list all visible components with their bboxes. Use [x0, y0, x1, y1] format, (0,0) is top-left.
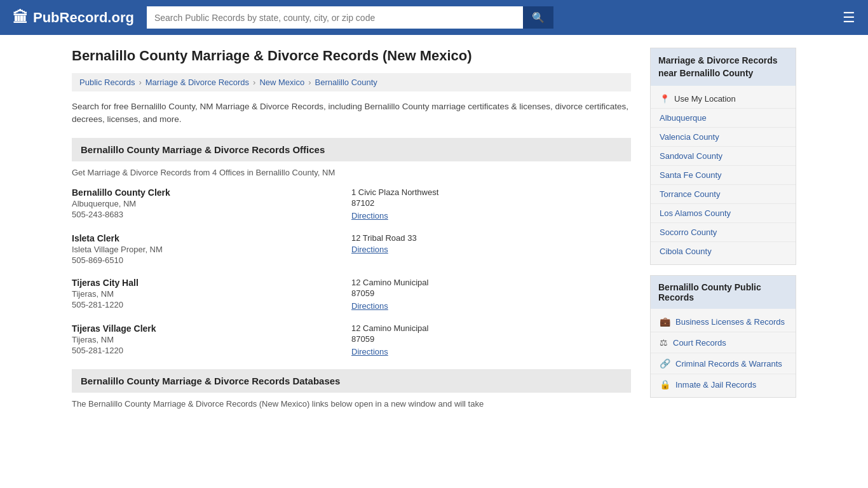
- offices-subtext: Get Marriage & Divorce Records from 4 Of…: [72, 168, 631, 177]
- nearby-location-item[interactable]: Torrance County: [651, 185, 796, 204]
- office-address: 12 Tribal Road 33 Directions: [351, 233, 631, 265]
- site-logo[interactable]: 🏛 PubRecord.org: [13, 9, 134, 27]
- office-phone: 505-281-1220: [72, 346, 351, 355]
- office-name: Isleta Clerk: [72, 233, 351, 243]
- nearby-location-item[interactable]: Sandoval County: [651, 147, 796, 166]
- breadcrumb-sep-2: ›: [253, 78, 255, 87]
- office-zip: 87102: [351, 198, 631, 208]
- office-address: 1 Civic Plaza Northwest 87102 Directions: [351, 187, 631, 220]
- nearby-list: 📍 Use My Location AlbuquerqueValencia Co…: [651, 86, 796, 264]
- public-record-item[interactable]: 🔗Criminal Records & Warrants: [651, 353, 796, 374]
- nearby-title: Marriage & Divorce Records near Bernalil…: [651, 48, 796, 86]
- use-my-location[interactable]: 📍 Use My Location: [651, 90, 796, 109]
- nearby-location-item[interactable]: Los Alamos County: [651, 204, 796, 223]
- public-records-list: 💼Business Licenses & Records⚖Court Recor…: [651, 309, 796, 397]
- breadcrumb-marriage-divorce[interactable]: Marriage & Divorce Records: [146, 78, 249, 87]
- search-button[interactable]: 🔍: [523, 6, 553, 29]
- office-street: 1 Civic Plaza Northwest: [351, 187, 631, 197]
- breadcrumb: Public Records › Marriage & Divorce Reco…: [72, 73, 631, 92]
- nearby-location-item[interactable]: Valencia County: [651, 128, 796, 147]
- page-description: Search for free Bernalillo County, NM Ma…: [72, 100, 631, 126]
- office-phone: 505-281-1220: [72, 300, 351, 309]
- office-address: 12 Camino Municipal 87059 Directions: [351, 323, 631, 356]
- record-icon: 🔗: [660, 358, 670, 369]
- nearby-location-item[interactable]: Cibola County: [651, 242, 796, 261]
- office-info: Bernalillo County Clerk Albuquerque, NM …: [72, 187, 351, 220]
- location-pin-icon: 📍: [660, 94, 670, 104]
- public-record-item[interactable]: 🔒Inmate & Jail Records: [651, 374, 796, 395]
- record-icon: ⚖: [660, 337, 668, 348]
- breadcrumb-bernalillo[interactable]: Bernalillo County: [315, 78, 377, 87]
- record-label: Inmate & Jail Records: [675, 380, 756, 390]
- office-info: Isleta Clerk Isleta Village Proper, NM 5…: [72, 233, 351, 265]
- content-area: Bernalillo County Marriage & Divorce Rec…: [72, 48, 631, 419]
- office-name: Bernalillo County Clerk: [72, 187, 351, 198]
- breadcrumb-public-records[interactable]: Public Records: [79, 78, 135, 87]
- nearby-box: Marriage & Divorce Records near Bernalil…: [650, 48, 796, 265]
- record-icon: 💼: [660, 316, 670, 327]
- office-listing: Tijeras City Hall Tijeras, NM 505-281-12…: [72, 278, 631, 311]
- office-zip: 87059: [351, 288, 631, 298]
- menu-icon: ☰: [843, 10, 855, 25]
- record-label: Criminal Records & Warrants: [675, 359, 782, 369]
- office-street: 12 Camino Municipal: [351, 278, 631, 287]
- directions-link[interactable]: Directions: [351, 211, 388, 220]
- search-icon: 🔍: [532, 12, 545, 23]
- nearby-location-item[interactable]: Albuquerque: [651, 109, 796, 128]
- office-phone: 505-243-8683: [72, 210, 351, 219]
- office-location: Tijeras, NM: [72, 335, 351, 344]
- public-record-item[interactable]: ⚖Court Records: [651, 332, 796, 353]
- offices-section-header: Bernalillo County Marriage & Divorce Rec…: [72, 138, 631, 161]
- nearby-location-item[interactable]: Socorro County: [651, 223, 796, 242]
- office-info: Tijeras Village Clerk Tijeras, NM 505-28…: [72, 323, 351, 356]
- office-location: Tijeras, NM: [72, 289, 351, 299]
- use-my-location-label: Use My Location: [674, 94, 736, 104]
- office-listing: Bernalillo County Clerk Albuquerque, NM …: [72, 187, 631, 220]
- record-icon: 🔒: [660, 379, 670, 390]
- office-name: Tijeras City Hall: [72, 278, 351, 288]
- office-location: Isleta Village Proper, NM: [72, 245, 351, 254]
- page-title: Bernalillo County Marriage & Divorce Rec…: [72, 48, 631, 64]
- nearby-locations: AlbuquerqueValencia CountySandoval Count…: [651, 109, 796, 261]
- main-container: Bernalillo County Marriage & Divorce Rec…: [53, 35, 815, 431]
- office-listing: Tijeras Village Clerk Tijeras, NM 505-28…: [72, 323, 631, 356]
- directions-link[interactable]: Directions: [351, 301, 388, 311]
- office-location: Albuquerque, NM: [72, 199, 351, 208]
- office-info: Tijeras City Hall Tijeras, NM 505-281-12…: [72, 278, 351, 311]
- breadcrumb-new-mexico[interactable]: New Mexico: [259, 78, 304, 87]
- site-header: 🏛 PubRecord.org 🔍 ☰: [0, 0, 868, 35]
- public-records-title: Bernalillo County Public Records: [651, 276, 796, 309]
- breadcrumb-sep-3: ›: [308, 78, 311, 87]
- office-street: 12 Tribal Road 33: [351, 233, 631, 243]
- public-record-item[interactable]: 💼Business Licenses & Records: [651, 311, 796, 332]
- databases-subtext: The Bernalillo County Marriage & Divorce…: [72, 399, 631, 409]
- nearby-location-item[interactable]: Santa Fe County: [651, 166, 796, 185]
- building-icon: 🏛: [13, 9, 28, 27]
- logo-text: PubRecord.org: [33, 10, 134, 26]
- databases-section-header: Bernalillo County Marriage & Divorce Rec…: [72, 369, 631, 393]
- directions-link[interactable]: Directions: [351, 245, 388, 254]
- office-name: Tijeras Village Clerk: [72, 323, 351, 334]
- office-zip: 87059: [351, 334, 631, 344]
- directions-link[interactable]: Directions: [351, 347, 388, 356]
- public-records-box: Bernalillo County Public Records 💼Busine…: [650, 275, 796, 398]
- office-address: 12 Camino Municipal 87059 Directions: [351, 278, 631, 311]
- office-street: 12 Camino Municipal: [351, 323, 631, 333]
- record-label: Business Licenses & Records: [675, 317, 785, 327]
- search-bar: 🔍: [147, 6, 553, 29]
- offices-list: Bernalillo County Clerk Albuquerque, NM …: [72, 187, 631, 356]
- office-listing: Isleta Clerk Isleta Village Proper, NM 5…: [72, 233, 631, 265]
- record-label: Court Records: [673, 338, 726, 348]
- breadcrumb-sep-1: ›: [139, 78, 141, 87]
- menu-button[interactable]: ☰: [843, 10, 855, 26]
- office-phone: 505-869-6510: [72, 255, 351, 265]
- search-input[interactable]: [147, 6, 523, 29]
- sidebar: Marriage & Divorce Records near Bernalil…: [650, 48, 796, 419]
